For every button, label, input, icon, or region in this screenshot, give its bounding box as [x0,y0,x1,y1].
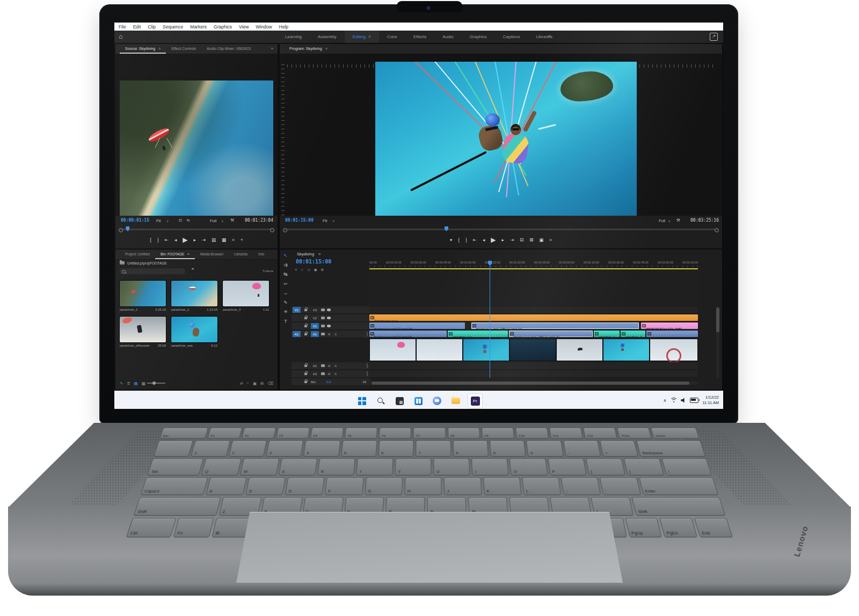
work-area-bar[interactable] [369,268,698,269]
keyboard-key[interactable]: CapsLk [140,478,208,495]
search-input[interactable] [120,268,185,274]
workspace-overflow-icon[interactable]: » [548,33,551,39]
program-timecode[interactable]: 00:01:15:00 [285,218,314,223]
timeline-clip-video[interactable]: ftrackreview-mp4 (1).mp4 [V] [369,322,465,329]
play-button[interactable]: ▶ [183,236,187,244]
menu-item[interactable]: View [239,24,249,30]
scrubber-knob-left[interactable] [119,228,123,232]
mark-in-button[interactable]: { [458,237,460,243]
step-forward-button[interactable]: ▸ [194,237,196,243]
keyboard-key[interactable]: \ [661,459,712,475]
keyboard-key[interactable]: Fn [173,518,214,537]
keyboard-key[interactable]: Y [395,459,432,475]
keyboard-key[interactable]: F2 [242,428,276,438]
keyboard-key[interactable]: R [317,459,355,475]
panel-tab[interactable]: Effect Controls [166,44,201,54]
timeline-timecode[interactable]: 00:01:15:00 [296,259,331,265]
source-zoom-select[interactable]: Fit [156,218,161,223]
keyboard-key[interactable]: F7 [413,428,446,438]
home-icon[interactable]: ⌂ [119,33,122,40]
mute-button[interactable]: M [327,364,331,368]
keyboard-key[interactable]: F [325,478,363,495]
track-lane-v3[interactable] [369,306,698,314]
list-view-icon[interactable]: ≣ [127,381,130,386]
keyboard-key[interactable]: Delete [651,428,700,438]
program-playback-resolution[interactable]: Full [659,218,665,223]
keyboard-key[interactable]: H [404,478,442,495]
keyboard-key[interactable]: Shift [632,497,726,516]
workspace-tab[interactable]: Libraries [528,31,560,43]
menu-item[interactable]: File [119,24,126,30]
output-settings-icon[interactable]: ⊡ [179,218,182,223]
battery-icon[interactable] [690,398,698,403]
program-zoom-select[interactable]: Fit [323,218,327,223]
track-lane-a1[interactable]: ftrackreview-mp4 (1).mp4 [A] parachute_s… [369,331,698,338]
thumbnail-zoom-slider[interactable] [147,383,165,384]
keyboard-key[interactable]: F4 [310,428,344,438]
timeline-playhead[interactable] [490,261,490,378]
source-timecode[interactable]: 00:00:01:15 [121,218,149,223]
menu-item[interactable]: Sequence [163,24,183,30]
workspace-tab[interactable]: Audio [434,31,461,43]
footage-item[interactable]: parachute_silhouette25:09 [120,317,166,347]
widgets-button[interactable] [411,394,425,408]
scrubber-knob-right[interactable] [715,228,719,232]
scrubber-track[interactable] [120,229,273,230]
step-back-button[interactable]: ◂ [174,237,177,243]
step-forward-button[interactable]: ▸ [502,237,504,243]
timeline-menu-icon[interactable]: ≡ [295,268,297,272]
volume-icon[interactable] [681,398,686,403]
panel-tab[interactable]: Source: Skydiving [120,44,166,54]
file-explorer-button[interactable] [449,394,463,408]
bin-path[interactable]: Untitled.prproj\FOOTAGE [127,261,167,265]
step-back-button[interactable]: ◂ [483,237,485,243]
share-icon[interactable]: ↗ [710,33,718,41]
add-marker-button[interactable]: ▾ [450,237,452,243]
keyboard-key[interactable]: Shift [133,497,221,516]
mute-button[interactable]: M [327,372,331,376]
keyboard-key[interactable]: ; [561,478,601,495]
sequence-tab[interactable]: Skydiving ≡ [293,250,321,258]
footage-item[interactable]: parachute_21:23:04 [171,281,217,311]
keyboard-key[interactable]: I [471,459,509,475]
find-icon[interactable]: ⌕ [247,380,249,386]
footage-item[interactable]: parachute_31:11 [223,281,269,311]
keyboard-key[interactable]: Esc [159,428,208,438]
more-buttons-overflow[interactable]: » [232,237,235,243]
slip-tool[interactable]: ↔ [283,290,288,296]
track-select-forward-tool[interactable]: ⇉ [283,262,288,268]
keyboard-key[interactable]: F11 [549,428,583,438]
type-tool[interactable]: T [284,319,287,324]
keyboard-key[interactable]: J [444,478,482,495]
keyboard-key[interactable]: E [279,459,317,475]
add-marker-icon[interactable]: ◆ [314,268,317,272]
project-writable-icon[interactable]: ✎ [120,381,123,386]
track-lane-a2[interactable] [369,362,698,370]
program-playhead[interactable] [445,226,448,231]
source-patch-empty[interactable] [293,363,301,369]
program-scrubber[interactable] [284,226,718,232]
keyboard-key[interactable]: Q [201,459,242,475]
sync-lock-icon[interactable] [321,309,325,311]
keyboard-key[interactable]: O [509,459,548,475]
solo-button[interactable]: S [333,333,338,336]
keyboard-key[interactable]: ` [154,441,194,457]
sync-lock-icon[interactable] [321,333,325,335]
timeline-clip-video-selected[interactable]: ftrackreview-mp4-1080 (1).mp4 [V] [471,322,639,329]
taskbar-clock[interactable]: 1/12/22 11:11 AM [702,395,719,406]
settings-wrench-icon[interactable]: ⚒ [230,218,234,223]
start-button[interactable] [355,394,369,408]
lock-icon[interactable] [304,365,307,367]
taskbar-search-button[interactable] [374,394,388,408]
keyboard-key[interactable]: F9 [482,428,514,438]
clip-thumbnail[interactable] [223,281,269,306]
go-to-out-button[interactable]: ⇥ [510,237,514,243]
keyboard-key[interactable]: Backspace [636,441,705,457]
panel-tab[interactable]: Media Browser [195,250,229,259]
icon-view-icon[interactable]: ▦ [134,381,138,386]
solo-button[interactable]: S [333,364,338,368]
lock-icon[interactable] [304,317,307,319]
keyboard-key[interactable]: D [285,478,325,495]
keyboard-key[interactable]: 4 [303,441,340,457]
overwrite-button[interactable]: ▦ [222,237,226,243]
